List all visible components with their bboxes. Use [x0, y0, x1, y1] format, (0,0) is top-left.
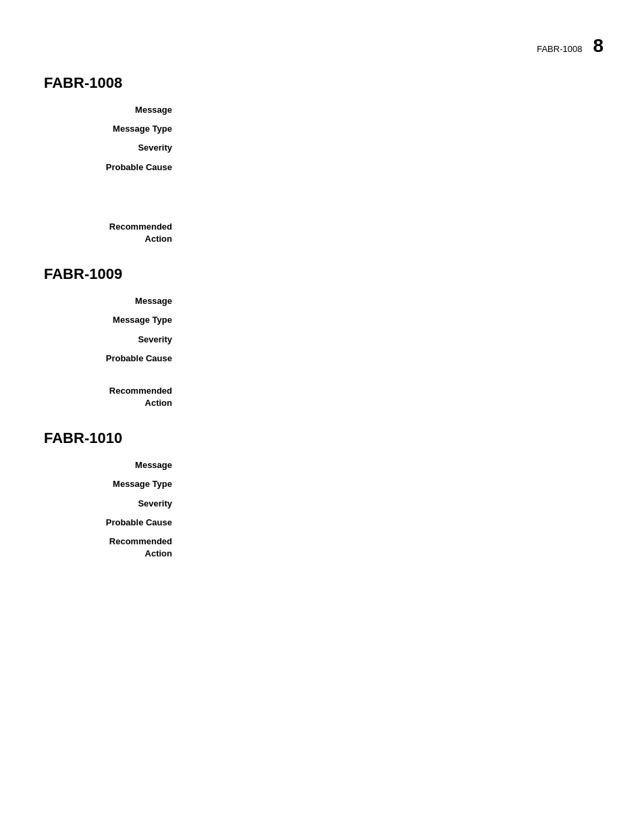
field-label-message-type-1008: Message Type [44, 123, 179, 135]
field-row-recommended-action-1009: RecommendedAction [44, 385, 600, 409]
field-label-recommended-action-1010: RecommendedAction [44, 536, 179, 560]
field-label-severity-1009: Severity [44, 334, 179, 346]
field-label-probable-cause-1009: Probable Cause [44, 353, 179, 365]
field-label-probable-cause-1010: Probable Cause [44, 517, 179, 529]
field-row-message-1010: Message [44, 459, 600, 471]
field-value-probable-cause-1008 [179, 161, 600, 174]
field-row-recommended-action-1010: RecommendedAction [44, 536, 600, 560]
field-value-probable-cause-1010 [179, 517, 600, 529]
field-row-severity-1010: Severity [44, 498, 600, 510]
field-value-message-type-1010 [179, 478, 600, 490]
field-value-recommended-action-1010 [179, 536, 600, 560]
main-content: FABR-1008 Message Message Type Severity … [0, 0, 644, 560]
field-value-recommended-action-1009 [179, 385, 600, 409]
field-row-probable-cause-1009: Probable Cause [44, 353, 600, 365]
field-row-severity-1009: Severity [44, 334, 600, 346]
field-row-message-1009: Message [44, 295, 600, 307]
field-row-message-type-1010: Message Type [44, 478, 600, 490]
field-value-severity-1009 [179, 334, 600, 346]
field-label-recommended-action-1008: RecommendedAction [44, 221, 179, 245]
field-row-probable-cause-1008: Probable Cause [44, 161, 600, 174]
field-row-message-type-1008: Message Type [44, 123, 600, 135]
field-label-severity-1008: Severity [44, 142, 179, 154]
field-value-recommended-action-1008 [179, 221, 600, 245]
field-label-message-1009: Message [44, 295, 179, 307]
section-fabr-1010: FABR-1010 Message Message Type Severity … [44, 429, 600, 560]
field-label-probable-cause-1008: Probable Cause [44, 161, 179, 174]
field-label-message-type-1010: Message Type [44, 478, 179, 490]
field-value-message-1009 [179, 295, 600, 307]
header-title: FABR-1008 [537, 44, 582, 54]
field-row-message-1008: Message [44, 104, 600, 116]
field-label-message-type-1009: Message Type [44, 314, 179, 326]
field-label-message-1008: Message [44, 104, 179, 116]
section-title-fabr-1010: FABR-1010 [44, 429, 600, 447]
section-title-fabr-1009: FABR-1009 [44, 265, 600, 283]
field-value-probable-cause-1009 [179, 353, 600, 365]
field-label-message-1010: Message [44, 459, 179, 471]
field-value-severity-1010 [179, 498, 600, 510]
field-value-message-1008 [179, 104, 600, 116]
field-row-message-type-1009: Message Type [44, 314, 600, 326]
field-row-severity-1008: Severity [44, 142, 600, 154]
field-row-recommended-action-1008: RecommendedAction [44, 221, 600, 245]
field-value-message-type-1009 [179, 314, 600, 326]
section-title-fabr-1008: FABR-1008 [44, 74, 600, 92]
field-label-recommended-action-1009: RecommendedAction [44, 385, 179, 409]
field-label-severity-1010: Severity [44, 498, 179, 510]
section-fabr-1008: FABR-1008 Message Message Type Severity … [44, 74, 600, 245]
field-value-message-1010 [179, 459, 600, 471]
page-header: FABR-1008 8 [537, 35, 603, 57]
section-fabr-1009: FABR-1009 Message Message Type Severity … [44, 265, 600, 409]
field-value-severity-1008 [179, 142, 600, 154]
field-value-message-type-1008 [179, 123, 600, 135]
header-page-number: 8 [593, 35, 603, 57]
field-row-probable-cause-1010: Probable Cause [44, 517, 600, 529]
